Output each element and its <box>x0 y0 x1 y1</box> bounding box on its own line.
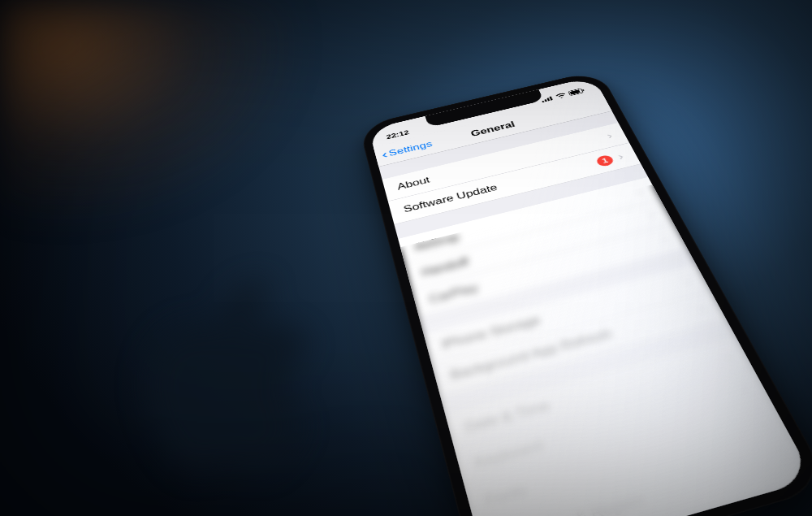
iphone-device: 22:12 ‹ Settings <box>359 70 812 516</box>
apple-logo <box>138 280 309 475</box>
svg-rect-0 <box>542 101 544 102</box>
phone-stage: 22:12 ‹ Settings <box>284 0 812 516</box>
settings-list: About › Software Update 1 › AirDrop › H <box>378 111 811 516</box>
svg-rect-3 <box>549 96 552 100</box>
svg-rect-5 <box>570 89 581 94</box>
back-label: Settings <box>388 140 434 158</box>
svg-rect-1 <box>544 99 546 102</box>
chevron-right-icon: › <box>615 151 625 163</box>
battery-icon <box>568 88 586 98</box>
warm-light-glow <box>0 0 309 228</box>
svg-rect-2 <box>546 98 550 101</box>
wifi-icon <box>555 92 568 100</box>
page-title: General <box>469 119 516 138</box>
signal-icon <box>540 95 554 104</box>
iphone-screen: 22:12 ‹ Settings <box>369 76 812 516</box>
